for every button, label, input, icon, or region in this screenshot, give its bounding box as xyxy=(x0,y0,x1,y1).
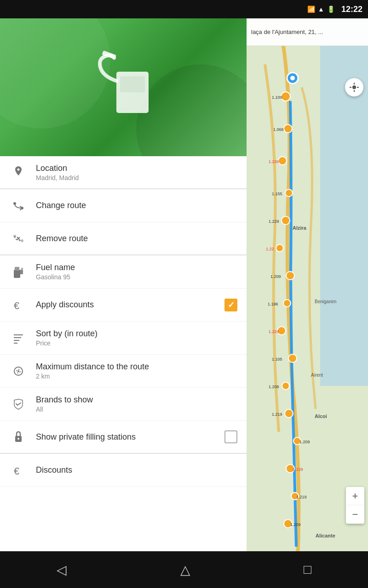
svg-point-20 xyxy=(17,370,19,372)
svg-text:1.109: 1.109 xyxy=(272,95,282,100)
menu-item-location[interactable]: Location Madrid, Madrid xyxy=(0,156,247,189)
svg-text:€: € xyxy=(14,300,19,311)
svg-text:1.209: 1.209 xyxy=(299,440,310,444)
max-distance-text: Maximum distance to the route 2 km xyxy=(36,362,237,380)
remove-route-text: Remove route xyxy=(36,234,237,243)
svg-text:Alcoi: Alcoi xyxy=(315,413,327,419)
svg-point-35 xyxy=(288,354,297,362)
svg-point-22 xyxy=(17,438,19,440)
svg-point-30 xyxy=(282,216,290,225)
home-button[interactable]: △ xyxy=(171,558,200,582)
svg-point-37 xyxy=(285,409,293,418)
max-distance-icon xyxy=(9,365,28,377)
menu-item-sort-by[interactable]: Sort by (in route) Price xyxy=(0,322,247,355)
svg-text:1.105: 1.105 xyxy=(272,357,282,362)
sort-by-label: Sort by (in route) xyxy=(36,329,237,339)
svg-text:1.196: 1.196 xyxy=(268,302,278,306)
menu-item-private-stations[interactable]: Show private filling stations xyxy=(0,421,247,454)
brands-label: Brands to show xyxy=(36,395,237,405)
menu-list: Location Madrid, Madrid Change route Rem… xyxy=(0,156,247,570)
left-panel: Location Madrid, Madrid Change route Rem… xyxy=(0,18,247,570)
svg-text:1.229: 1.229 xyxy=(293,467,303,472)
map-locate-button[interactable] xyxy=(345,78,363,96)
menu-item-brands[interactable]: Brands to show All xyxy=(0,388,247,421)
nav-bar: ◁ △ □ xyxy=(0,551,368,588)
apply-discounts-label: Apply discounts xyxy=(36,300,224,310)
apply-discounts-text: Apply discounts xyxy=(36,300,224,310)
remove-route-label: Remove route xyxy=(36,234,237,243)
back-button[interactable]: ◁ xyxy=(47,558,76,582)
svg-text:1.219: 1.219 xyxy=(296,495,307,499)
apply-discounts-checkbox[interactable] xyxy=(224,299,237,311)
svg-text:1.068: 1.068 xyxy=(273,127,284,132)
svg-text:Alzira: Alzira xyxy=(293,225,307,231)
private-stations-control[interactable] xyxy=(224,430,237,443)
apply-discounts-icon: € xyxy=(9,299,28,311)
battery-icon: 🔋 xyxy=(327,6,335,13)
svg-text:1.229: 1.229 xyxy=(269,219,279,224)
change-route-icon xyxy=(9,200,28,212)
fuel-name-sublabel: Gasolina 95 xyxy=(36,273,237,281)
svg-rect-1 xyxy=(120,76,145,92)
svg-rect-25 xyxy=(320,18,368,386)
status-bar: 📶 ▲ 🔋 12:22 xyxy=(0,0,368,18)
location-sublabel: Madrid, Madrid xyxy=(36,174,237,181)
wifi-icon: 📶 xyxy=(307,6,315,13)
svg-point-33 xyxy=(283,300,291,307)
brands-text: Brands to show All xyxy=(36,395,237,413)
sort-by-icon xyxy=(9,332,28,344)
private-stations-text: Show private filling stations xyxy=(36,432,224,442)
svg-rect-12 xyxy=(21,268,23,270)
map-zoom-controls: + − xyxy=(346,487,364,524)
menu-item-apply-discounts[interactable]: € Apply discounts xyxy=(0,288,247,322)
private-stations-icon xyxy=(9,431,28,443)
zoom-out-button[interactable]: − xyxy=(346,505,364,524)
location-icon xyxy=(9,166,28,178)
location-label: Location xyxy=(36,164,237,173)
svg-text:€: € xyxy=(14,465,19,476)
svg-point-26 xyxy=(281,92,290,101)
svg-text:1.208: 1.208 xyxy=(269,384,279,389)
menu-item-fuel-name[interactable]: Fuel name Gasolina 95 xyxy=(0,255,247,288)
menu-item-discounts[interactable]: € Discounts xyxy=(0,454,247,487)
map-address-bar: laça de l'Ajuntament, 21, ... xyxy=(247,18,368,46)
fuel-pump-icon xyxy=(93,49,153,126)
svg-text:1.155: 1.155 xyxy=(272,192,282,196)
svg-point-31 xyxy=(276,244,283,252)
svg-point-36 xyxy=(282,382,289,390)
zoom-in-button[interactable]: + xyxy=(346,487,364,505)
discounts-label: Discounts xyxy=(36,465,237,475)
change-route-label: Change route xyxy=(36,201,237,210)
svg-text:Airent: Airent xyxy=(311,373,323,378)
recents-button[interactable]: □ xyxy=(294,558,321,582)
svg-point-29 xyxy=(285,189,293,197)
location-text: Location Madrid, Madrid xyxy=(36,164,237,181)
private-stations-checkbox[interactable] xyxy=(224,430,237,443)
fuel-name-label: Fuel name xyxy=(36,263,237,272)
svg-text:1.239: 1.239 xyxy=(269,159,279,164)
apply-discounts-control[interactable] xyxy=(224,299,237,311)
brands-icon xyxy=(9,398,28,410)
discounts-text: Discounts xyxy=(36,465,237,475)
app-header xyxy=(0,18,247,156)
menu-item-remove-route[interactable]: Remove route xyxy=(0,222,247,255)
svg-text:1.209: 1.209 xyxy=(290,522,301,527)
fuel-name-text: Fuel name Gasolina 95 xyxy=(36,263,237,281)
max-distance-sublabel: 2 km xyxy=(36,373,237,380)
menu-item-change-route[interactable]: Change route xyxy=(0,189,247,222)
svg-point-65 xyxy=(352,85,356,89)
brands-sublabel: All xyxy=(36,406,237,413)
svg-rect-10 xyxy=(15,267,19,271)
status-time: 12:22 xyxy=(341,5,362,14)
svg-text:1.22: 1.22 xyxy=(266,247,274,251)
svg-point-27 xyxy=(284,124,292,133)
svg-point-64 xyxy=(290,76,295,80)
private-stations-label: Show private filling stations xyxy=(36,432,224,442)
max-distance-label: Maximum distance to the route xyxy=(36,362,237,372)
menu-item-max-distance[interactable]: Maximum distance to the route 2 km xyxy=(0,355,247,388)
fuel-name-icon xyxy=(9,266,28,278)
svg-text:Beniganim: Beniganim xyxy=(315,299,336,304)
svg-text:1.229: 1.229 xyxy=(269,329,279,334)
sort-by-text: Sort by (in route) Price xyxy=(36,329,237,347)
svg-point-32 xyxy=(286,271,294,280)
